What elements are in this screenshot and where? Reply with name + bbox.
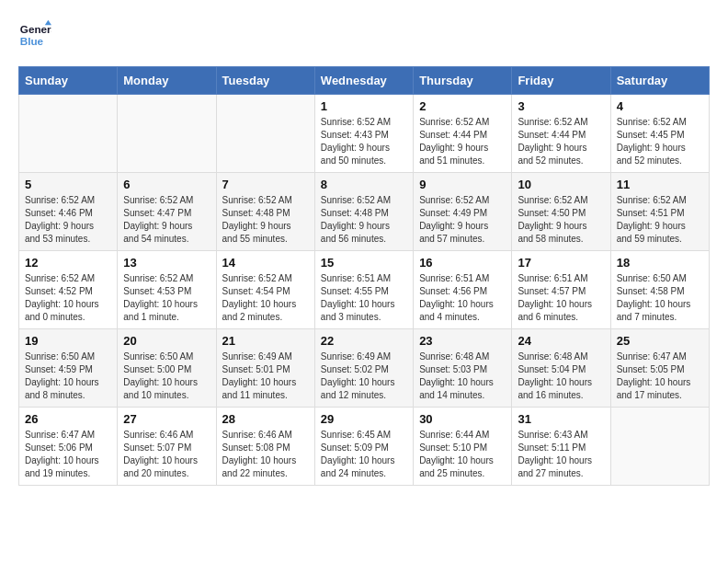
day-number: 4 xyxy=(617,99,703,113)
calendar-cell: 2Sunrise: 6:52 AM Sunset: 4:44 PM Daylig… xyxy=(414,95,512,173)
calendar-cell: 12Sunrise: 6:52 AM Sunset: 4:52 PM Dayli… xyxy=(19,251,118,329)
calendar-week-row: 5Sunrise: 6:52 AM Sunset: 4:46 PM Daylig… xyxy=(19,173,710,251)
day-info: Sunrise: 6:51 AM Sunset: 4:55 PM Dayligh… xyxy=(321,272,407,324)
calendar-cell: 17Sunrise: 6:51 AM Sunset: 4:57 PM Dayli… xyxy=(512,251,610,329)
day-number: 23 xyxy=(419,334,506,348)
calendar-cell: 10Sunrise: 6:52 AM Sunset: 4:50 PM Dayli… xyxy=(512,173,610,251)
day-info: Sunrise: 6:52 AM Sunset: 4:43 PM Dayligh… xyxy=(321,116,407,167)
day-number: 26 xyxy=(25,412,111,426)
page-header: General Blue xyxy=(18,18,710,52)
day-number: 7 xyxy=(222,178,309,191)
weekday-header: Wednesday xyxy=(314,67,413,95)
calendar-cell: 31Sunrise: 6:43 AM Sunset: 5:11 PM Dayli… xyxy=(512,408,610,486)
day-number: 2 xyxy=(419,99,506,113)
calendar-cell xyxy=(118,95,216,173)
day-info: Sunrise: 6:50 AM Sunset: 4:58 PM Dayligh… xyxy=(617,272,703,324)
day-info: Sunrise: 6:52 AM Sunset: 4:48 PM Dayligh… xyxy=(321,194,407,246)
day-info: Sunrise: 6:47 AM Sunset: 5:06 PM Dayligh… xyxy=(25,429,111,480)
calendar-cell: 28Sunrise: 6:46 AM Sunset: 5:08 PM Dayli… xyxy=(216,408,314,486)
day-info: Sunrise: 6:52 AM Sunset: 4:51 PM Dayligh… xyxy=(617,194,703,246)
day-info: Sunrise: 6:52 AM Sunset: 4:50 PM Dayligh… xyxy=(518,194,604,246)
calendar-cell: 6Sunrise: 6:52 AM Sunset: 4:47 PM Daylig… xyxy=(118,173,216,251)
day-number: 25 xyxy=(617,334,703,348)
calendar-cell: 7Sunrise: 6:52 AM Sunset: 4:48 PM Daylig… xyxy=(216,173,314,251)
day-info: Sunrise: 6:52 AM Sunset: 4:52 PM Dayligh… xyxy=(25,272,111,324)
calendar-header-row: SundayMondayTuesdayWednesdayThursdayFrid… xyxy=(19,67,710,95)
calendar-week-row: 12Sunrise: 6:52 AM Sunset: 4:52 PM Dayli… xyxy=(19,251,710,329)
day-info: Sunrise: 6:50 AM Sunset: 4:59 PM Dayligh… xyxy=(25,350,111,402)
calendar-cell: 9Sunrise: 6:52 AM Sunset: 4:49 PM Daylig… xyxy=(414,173,512,251)
day-number: 20 xyxy=(123,334,210,348)
calendar-cell: 4Sunrise: 6:52 AM Sunset: 4:45 PM Daylig… xyxy=(610,95,709,173)
day-number: 14 xyxy=(222,256,309,270)
day-number: 24 xyxy=(518,334,604,348)
calendar-cell: 19Sunrise: 6:50 AM Sunset: 4:59 PM Dayli… xyxy=(19,329,118,408)
day-info: Sunrise: 6:51 AM Sunset: 4:56 PM Dayligh… xyxy=(419,272,506,324)
day-info: Sunrise: 6:47 AM Sunset: 5:05 PM Dayligh… xyxy=(617,350,703,402)
day-number: 6 xyxy=(123,178,210,191)
day-info: Sunrise: 6:52 AM Sunset: 4:54 PM Dayligh… xyxy=(222,272,309,324)
calendar-cell: 25Sunrise: 6:47 AM Sunset: 5:05 PM Dayli… xyxy=(610,329,709,408)
day-info: Sunrise: 6:52 AM Sunset: 4:46 PM Dayligh… xyxy=(25,194,111,246)
day-info: Sunrise: 6:52 AM Sunset: 4:48 PM Dayligh… xyxy=(222,194,309,246)
calendar-cell: 11Sunrise: 6:52 AM Sunset: 4:51 PM Dayli… xyxy=(610,173,709,251)
logo-icon: General Blue xyxy=(18,18,51,52)
weekday-header: Tuesday xyxy=(216,67,314,95)
calendar-cell: 16Sunrise: 6:51 AM Sunset: 4:56 PM Dayli… xyxy=(414,251,512,329)
day-number: 31 xyxy=(518,412,604,426)
weekday-header: Friday xyxy=(512,67,610,95)
calendar-week-row: 19Sunrise: 6:50 AM Sunset: 4:59 PM Dayli… xyxy=(19,329,710,408)
svg-text:Blue: Blue xyxy=(20,35,44,47)
day-info: Sunrise: 6:52 AM Sunset: 4:47 PM Dayligh… xyxy=(123,194,210,246)
calendar-cell: 26Sunrise: 6:47 AM Sunset: 5:06 PM Dayli… xyxy=(19,408,118,486)
calendar-cell xyxy=(216,95,314,173)
day-number: 12 xyxy=(25,256,111,270)
calendar-week-row: 26Sunrise: 6:47 AM Sunset: 5:06 PM Dayli… xyxy=(19,408,710,486)
day-info: Sunrise: 6:52 AM Sunset: 4:49 PM Dayligh… xyxy=(419,194,506,246)
calendar-cell: 13Sunrise: 6:52 AM Sunset: 4:53 PM Dayli… xyxy=(118,251,216,329)
day-info: Sunrise: 6:48 AM Sunset: 5:03 PM Dayligh… xyxy=(419,350,506,402)
day-info: Sunrise: 6:52 AM Sunset: 4:53 PM Dayligh… xyxy=(123,272,210,324)
day-number: 22 xyxy=(321,334,407,348)
day-info: Sunrise: 6:52 AM Sunset: 4:44 PM Dayligh… xyxy=(518,116,604,167)
day-number: 30 xyxy=(419,412,506,426)
day-info: Sunrise: 6:45 AM Sunset: 5:09 PM Dayligh… xyxy=(321,429,407,480)
day-number: 28 xyxy=(222,412,309,426)
day-number: 13 xyxy=(123,256,210,270)
calendar-cell: 3Sunrise: 6:52 AM Sunset: 4:44 PM Daylig… xyxy=(512,95,610,173)
day-info: Sunrise: 6:49 AM Sunset: 5:01 PM Dayligh… xyxy=(222,350,309,402)
day-info: Sunrise: 6:46 AM Sunset: 5:08 PM Dayligh… xyxy=(222,429,309,480)
day-number: 9 xyxy=(419,178,506,191)
day-number: 29 xyxy=(321,412,407,426)
day-number: 3 xyxy=(518,99,604,113)
calendar-cell: 23Sunrise: 6:48 AM Sunset: 5:03 PM Dayli… xyxy=(414,329,512,408)
day-number: 27 xyxy=(123,412,210,426)
day-number: 21 xyxy=(222,334,309,348)
calendar-cell: 18Sunrise: 6:50 AM Sunset: 4:58 PM Dayli… xyxy=(610,251,709,329)
day-info: Sunrise: 6:44 AM Sunset: 5:10 PM Dayligh… xyxy=(419,429,506,480)
calendar-cell xyxy=(19,95,118,173)
calendar-cell: 29Sunrise: 6:45 AM Sunset: 5:09 PM Dayli… xyxy=(314,408,413,486)
calendar-table: SundayMondayTuesdayWednesdayThursdayFrid… xyxy=(18,66,710,486)
weekday-header: Sunday xyxy=(19,67,118,95)
calendar-cell: 5Sunrise: 6:52 AM Sunset: 4:46 PM Daylig… xyxy=(19,173,118,251)
day-number: 17 xyxy=(518,256,604,270)
weekday-header: Thursday xyxy=(414,67,512,95)
day-number: 18 xyxy=(617,256,703,270)
day-info: Sunrise: 6:50 AM Sunset: 5:00 PM Dayligh… xyxy=(123,350,210,402)
weekday-header: Saturday xyxy=(610,67,709,95)
day-number: 10 xyxy=(518,178,604,191)
calendar-cell: 1Sunrise: 6:52 AM Sunset: 4:43 PM Daylig… xyxy=(314,95,413,173)
day-info: Sunrise: 6:46 AM Sunset: 5:07 PM Dayligh… xyxy=(123,429,210,480)
day-number: 5 xyxy=(25,178,111,191)
calendar-cell: 30Sunrise: 6:44 AM Sunset: 5:10 PM Dayli… xyxy=(414,408,512,486)
day-number: 1 xyxy=(321,99,407,113)
calendar-cell: 27Sunrise: 6:46 AM Sunset: 5:07 PM Dayli… xyxy=(118,408,216,486)
day-info: Sunrise: 6:51 AM Sunset: 4:57 PM Dayligh… xyxy=(518,272,604,324)
day-number: 8 xyxy=(321,178,407,191)
logo: General Blue xyxy=(18,18,55,52)
calendar-cell xyxy=(610,408,709,486)
day-info: Sunrise: 6:52 AM Sunset: 4:45 PM Dayligh… xyxy=(617,116,703,167)
calendar-cell: 21Sunrise: 6:49 AM Sunset: 5:01 PM Dayli… xyxy=(216,329,314,408)
calendar-cell: 22Sunrise: 6:49 AM Sunset: 5:02 PM Dayli… xyxy=(314,329,413,408)
